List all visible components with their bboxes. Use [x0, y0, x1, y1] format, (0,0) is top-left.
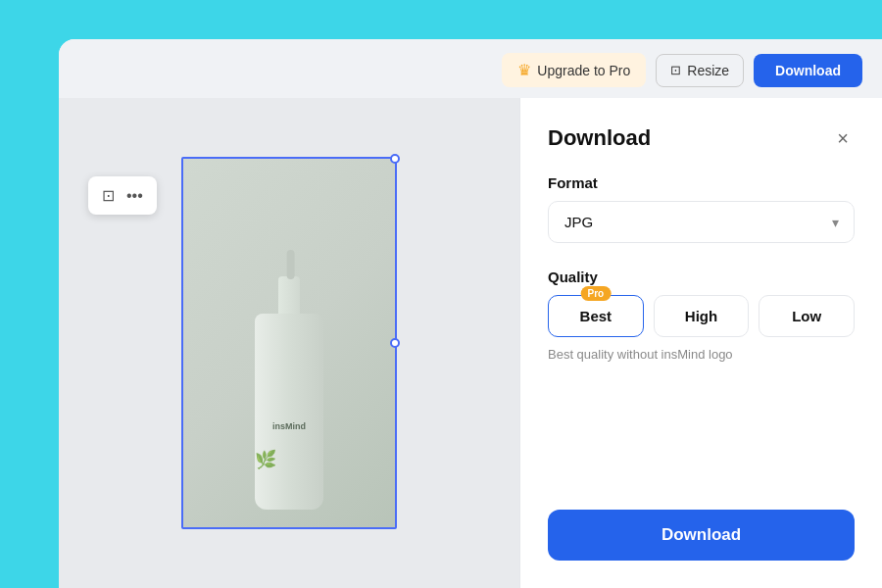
- canvas-area: ⊡ ••• insMind 🌿: [59, 98, 519, 588]
- format-wrapper: JPG PNG WEBP PDF ▾: [548, 201, 855, 243]
- toolbar: ♛ Upgrade to Pro ⊡ Resize Download: [59, 39, 882, 101]
- crop-icon-button[interactable]: ⊡: [100, 184, 117, 207]
- quality-hint: Best quality without insMind logo: [548, 347, 855, 362]
- more-options-button[interactable]: •••: [124, 185, 145, 207]
- format-select[interactable]: JPG PNG WEBP PDF: [548, 201, 855, 243]
- quality-label: Quality: [548, 269, 855, 285]
- quality-low-button[interactable]: Low: [759, 295, 855, 337]
- floating-toolbar: ⊡ •••: [88, 176, 157, 215]
- handle-mid-right[interactable]: [390, 338, 400, 348]
- more-icon: •••: [126, 187, 143, 204]
- selection-border: [181, 157, 397, 529]
- panel-header: Download ×: [548, 125, 855, 151]
- download-action-button[interactable]: Download: [548, 510, 855, 561]
- image-preview: insMind 🌿: [181, 157, 397, 529]
- upgrade-label: Upgrade to Pro: [537, 63, 630, 78]
- pro-badge: Pro: [580, 286, 611, 301]
- close-button[interactable]: ×: [831, 126, 855, 150]
- panel-title: Download: [548, 125, 651, 151]
- quality-high-button[interactable]: High: [654, 295, 750, 337]
- quality-best-button[interactable]: Pro Best: [548, 295, 644, 337]
- handle-top-right[interactable]: [390, 154, 400, 164]
- upgrade-to-pro-button[interactable]: ♛ Upgrade to Pro: [502, 53, 646, 87]
- crown-icon: ♛: [517, 61, 531, 79]
- quality-low-label: Low: [792, 308, 821, 324]
- format-section: Format JPG PNG WEBP PDF ▾: [548, 174, 855, 269]
- download-header-button[interactable]: Download: [754, 54, 862, 87]
- resize-icon: ⊡: [670, 63, 681, 77]
- format-label: Format: [548, 174, 855, 191]
- resize-button[interactable]: ⊡ Resize: [656, 54, 744, 87]
- resize-label: Resize: [687, 63, 729, 78]
- download-panel: Download × Format JPG PNG WEBP PDF ▾ Qua…: [519, 98, 882, 588]
- quality-best-label: Best: [580, 308, 612, 324]
- quality-buttons: Pro Best High Low: [548, 295, 855, 337]
- main-container: ♛ Upgrade to Pro ⊡ Resize Download ⊡ •••: [59, 39, 882, 588]
- crop-icon: ⊡: [102, 187, 115, 204]
- quality-section: Quality Pro Best High Low Best quality w…: [548, 269, 855, 362]
- quality-high-label: High: [685, 308, 717, 324]
